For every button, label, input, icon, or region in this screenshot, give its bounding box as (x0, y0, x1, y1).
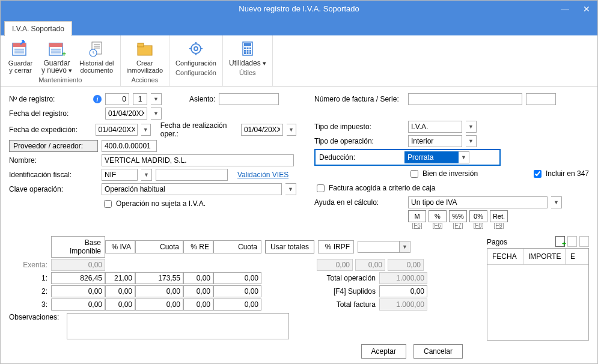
calc-btn-ret[interactable]: Ret. (490, 210, 508, 222)
tipoimpuesto-dropdown[interactable]: ▼ (466, 121, 477, 133)
nregistro-1-input[interactable] (105, 93, 129, 105)
r1-cuota1[interactable] (135, 272, 183, 284)
r1-iva[interactable] (105, 272, 135, 284)
calc-btn-0pct[interactable]: 0% (469, 210, 487, 222)
numfactura-input[interactable] (408, 93, 522, 105)
svg-rect-32 (244, 52, 246, 54)
fechaexp-input[interactable] (96, 124, 138, 136)
rp-importe: IMPORTE (523, 249, 566, 264)
claveop-input[interactable] (102, 183, 282, 195)
factura-criterio-caja-checkbox[interactable]: Factura acogida a criterio de caja (314, 183, 435, 194)
row1-label: 1: (9, 274, 51, 282)
r2-base[interactable] (51, 285, 105, 297)
svg-rect-33 (246, 52, 248, 54)
bien-inversion-checkbox[interactable]: Bien de inversión (408, 168, 478, 180)
fecharegistro-input[interactable] (105, 108, 147, 120)
proveedor-button[interactable]: Proveedor / acreedor: (9, 140, 98, 152)
calc-btn-pctpct[interactable]: %% (449, 210, 467, 222)
window-title: Nuevo registro de I.V.A. Soportado (239, 4, 359, 13)
label-fechaexp: Fecha de expedición: (9, 126, 79, 134)
page-icon-3[interactable] (579, 236, 589, 247)
svg-rect-28 (249, 47, 251, 49)
exenta-value (51, 259, 105, 271)
info-icon[interactable]: i (93, 95, 102, 103)
label-nombre: Nombre: (9, 156, 98, 165)
observaciones-input[interactable] (67, 313, 289, 339)
nregistro-2-input[interactable] (133, 93, 147, 105)
guardar-nuevo-button[interactable]: + Guardar y nuevo ▾ (38, 38, 76, 75)
idfiscal-dropdown[interactable]: ▼ (141, 169, 152, 181)
pagos-table: FECHA IMPORTE E (487, 248, 589, 341)
deduccion-input[interactable] (404, 151, 459, 163)
calc-btn-pct[interactable]: % (429, 210, 447, 222)
suplidos-value[interactable] (379, 285, 427, 297)
deduccion-dropdown[interactable]: ▼ (459, 151, 469, 163)
aceptar-button[interactable]: Aceptar (361, 344, 406, 359)
calc-hint-f6: [F6] (429, 222, 447, 229)
nregistro-dropdown[interactable]: ▼ (151, 93, 162, 105)
guardar-cerrar-button[interactable]: Guardar y cerrar (3, 38, 38, 75)
fecharegistro-dropdown[interactable]: ▼ (151, 108, 162, 120)
idfiscal-type-input[interactable] (102, 169, 138, 181)
claveop-dropdown[interactable]: ▼ (285, 183, 296, 195)
irpf-select[interactable] (358, 241, 400, 253)
r2-cuota1[interactable] (135, 285, 183, 297)
hdr-re: % RE (183, 240, 213, 253)
t0a (317, 259, 353, 271)
asiento-input[interactable] (219, 93, 279, 105)
fechaop-dropdown[interactable]: ▼ (287, 124, 296, 136)
usar-totales-button[interactable]: Usar totales (265, 240, 314, 253)
nombre-input[interactable] (102, 154, 294, 166)
svg-rect-26 (244, 47, 246, 49)
fechaop-input[interactable] (241, 124, 283, 136)
ayudacalc-dropdown[interactable]: ▼ (551, 196, 562, 208)
close-button[interactable]: ✕ (576, 1, 597, 17)
incluir-347-checkbox[interactable]: Incluir en 347 (531, 168, 589, 180)
r2-re[interactable] (183, 285, 213, 297)
tipoimpuesto-input[interactable] (408, 121, 462, 133)
group-mantenimiento: Mantenimiento (3, 75, 118, 85)
svg-text:+: + (62, 50, 66, 58)
crear-inmovilizado-button[interactable]: Crear inmovilizado (123, 38, 167, 75)
r2-iva[interactable] (105, 285, 135, 297)
configuracion-button[interactable]: Configuración (172, 38, 220, 68)
utilidades-button[interactable]: Utilidades ▾ (225, 38, 270, 68)
historial-button[interactable]: Historial del documento (76, 38, 117, 75)
minimize-button[interactable]: — (554, 1, 576, 17)
tab-iva-soportado[interactable]: I.V.A. Soportado (4, 21, 72, 36)
serie-input[interactable] (526, 93, 556, 105)
page-icon-2[interactable] (567, 236, 577, 247)
proveedor-input[interactable] (102, 140, 157, 152)
r1-base[interactable] (51, 272, 105, 284)
r3-cuota1[interactable] (135, 299, 183, 311)
t0b (355, 259, 385, 271)
r3-re[interactable] (183, 299, 213, 311)
calc-btn-m[interactable]: M (408, 210, 426, 222)
calc-hint-f5: [F5] (408, 222, 426, 229)
r2-cuota2[interactable] (213, 285, 261, 297)
r3-cuota2[interactable] (213, 299, 261, 311)
svg-rect-6 (49, 43, 63, 47)
label-pagos: Pagos (487, 238, 507, 246)
tipooperacion-input[interactable] (408, 135, 462, 147)
svg-rect-34 (249, 52, 251, 54)
svg-rect-30 (246, 50, 248, 52)
validacion-vies-link[interactable]: Validación VIES (237, 171, 288, 179)
ayudacalc-input[interactable] (408, 196, 548, 208)
irpf-dropdown[interactable]: ▼ (400, 241, 410, 253)
idfiscal-num-input[interactable] (156, 169, 228, 181)
r1-re[interactable] (183, 272, 213, 284)
r1-cuota2[interactable] (213, 272, 261, 284)
op-no-sujeta-checkbox[interactable]: Operación no sujeta a I.V.A. (102, 198, 206, 210)
r3-iva[interactable] (105, 299, 135, 311)
fechaexp-dropdown[interactable]: ▼ (141, 124, 151, 136)
hdr-cuota2: Cuota (213, 240, 261, 253)
label-nregistro: Nº de registro: (9, 95, 87, 103)
label-idfiscal: Identificación fiscal: (9, 171, 98, 179)
r3-base[interactable] (51, 299, 105, 311)
page-add-icon[interactable] (555, 236, 565, 247)
totalop-label: Total operación (313, 274, 379, 282)
tipooperacion-dropdown[interactable]: ▼ (466, 135, 477, 147)
totalop-value (379, 272, 427, 284)
cancelar-button[interactable]: Cancelar (413, 344, 463, 359)
